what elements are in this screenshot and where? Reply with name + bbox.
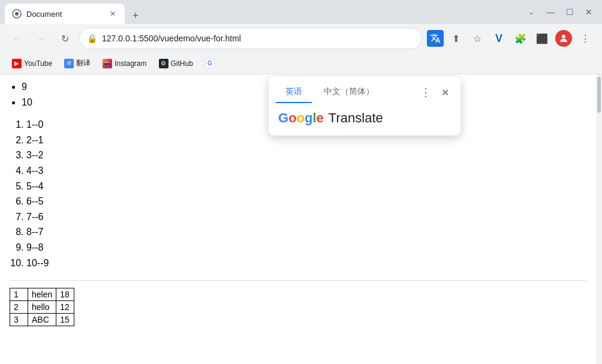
youtube-favicon: ▶ xyxy=(12,59,22,68)
bookmark-fanyi-label: 翻译 xyxy=(76,58,91,68)
table-cell: 2 xyxy=(10,301,28,314)
google-favicon: G xyxy=(205,59,215,68)
table-cell: helen xyxy=(28,288,56,301)
browser-tab[interactable]: Document ✕ xyxy=(5,4,125,24)
url-text: 127.0.0.1:5500/vuedemo/vue-for.html xyxy=(102,34,414,43)
minimize-button[interactable]: — xyxy=(542,4,559,20)
table-row: 3 ABC 15 xyxy=(10,314,74,326)
translate-popup: 英语 中文（简体） ⋮ ✕ Google Translate xyxy=(269,77,460,136)
table-cell: 15 xyxy=(56,314,74,326)
ordered-list: 1--0 2--1 3--2 4--3 5--4 6--5 7--6 8--7 … xyxy=(10,117,586,270)
table-cell: ABC xyxy=(28,314,56,326)
tab-area: Document ✕ + xyxy=(5,0,518,24)
toolbar: ← → ↻ 🔒 127.0.0.1:5500/vuedemo/vue-for.h… xyxy=(0,24,602,53)
scrollbar-thumb[interactable] xyxy=(597,77,601,113)
list-item: 8--7 xyxy=(26,224,586,240)
chevron-down-icon[interactable]: ⌄ xyxy=(523,4,540,20)
vuetify-icon: V xyxy=(489,29,508,48)
translate-body: Google Translate xyxy=(269,103,460,136)
profile-avatar xyxy=(555,30,572,47)
title-bar: Document ✕ + ⌄ — ☐ ✕ xyxy=(0,0,602,24)
table-cell: 12 xyxy=(56,301,74,314)
fanyi-favicon: 译 xyxy=(64,59,74,68)
translate-logo-text: Google xyxy=(278,110,324,126)
back-button[interactable]: ← xyxy=(7,29,26,48)
google-g-letter: G xyxy=(278,110,288,125)
forward-button[interactable]: → xyxy=(31,29,50,48)
bookmark-google[interactable]: G xyxy=(200,56,222,71)
instagram-favicon: 📷 xyxy=(103,59,112,68)
toolbar-icons: ⬆ ☆ V 🧩 ⬛ ⋮ xyxy=(427,29,595,48)
google-o1-letter: o xyxy=(288,110,296,125)
list-item: 4--3 xyxy=(26,163,586,179)
translate-label: Translate xyxy=(329,110,383,126)
data-table: 1 helen 18 2 hello 12 3 ABC 15 xyxy=(10,288,74,326)
svg-point-2 xyxy=(562,35,565,38)
table-row: 1 helen 18 xyxy=(10,288,74,301)
profile-button[interactable] xyxy=(554,29,573,48)
list-item: 6--5 xyxy=(26,194,586,209)
bookmark-fanyi[interactable]: 译 翻译 xyxy=(59,56,95,71)
table-cell: 18 xyxy=(56,288,74,301)
bookmarks-bar: ▶ YouTube 译 翻译 📷 Instagram ⚙ GitHub G xyxy=(0,53,602,74)
tab-favicon xyxy=(12,9,22,19)
window-controls: ⌄ — ☐ ✕ xyxy=(523,4,597,20)
address-bar[interactable]: 🔒 127.0.0.1:5500/vuedemo/vue-for.html xyxy=(79,28,422,49)
maximize-button[interactable]: ☐ xyxy=(561,4,578,20)
github-favicon: ⚙ xyxy=(159,59,168,68)
translate-tab-chinese[interactable]: 中文（简体） xyxy=(314,82,384,103)
bookmark-instagram-label: Instagram xyxy=(115,59,146,68)
list-item: 10--9 xyxy=(26,255,586,271)
tab-close-button[interactable]: ✕ xyxy=(108,9,118,19)
bookmark-github[interactable]: ⚙ GitHub xyxy=(154,56,198,71)
section-divider xyxy=(10,280,586,281)
translate-toolbar-icon[interactable] xyxy=(427,30,444,47)
list-item: 9--8 xyxy=(26,240,586,255)
cast-button[interactable]: ⬛ xyxy=(532,29,552,48)
scrollbar[interactable] xyxy=(596,74,602,364)
bookmark-youtube[interactable]: ▶ YouTube xyxy=(7,56,57,71)
list-item: 5--4 xyxy=(26,179,586,194)
bookmark-button[interactable]: ☆ xyxy=(468,29,487,48)
bookmark-youtube-label: YouTube xyxy=(24,59,52,68)
table-row: 2 hello 12 xyxy=(10,301,74,314)
list-item: 3--2 xyxy=(26,148,586,163)
google-e-letter: e xyxy=(317,110,324,125)
table-cell: hello xyxy=(28,301,56,314)
lock-icon: 🔒 xyxy=(87,34,97,43)
bookmark-github-label: GitHub xyxy=(171,59,193,68)
extensions-button[interactable]: 🧩 xyxy=(511,29,530,48)
window-close-button[interactable]: ✕ xyxy=(580,4,597,20)
browser-content: 9 10 1--0 2--1 3--2 4--3 5--4 6--5 7--6 … xyxy=(0,74,602,364)
more-options-button[interactable]: ⋮ xyxy=(576,29,595,48)
bookmark-instagram[interactable]: 📷 Instagram xyxy=(98,56,151,71)
google-g2-letter: g xyxy=(305,110,312,125)
table-cell: 3 xyxy=(10,314,28,326)
new-tab-button[interactable]: + xyxy=(127,7,144,24)
svg-point-1 xyxy=(15,12,19,16)
page-content: 9 10 1--0 2--1 3--2 4--3 5--4 6--5 7--6 … xyxy=(0,74,596,364)
google-o2-letter: o xyxy=(297,110,305,125)
translate-tab-english[interactable]: 英语 xyxy=(276,82,312,103)
translate-header: 英语 中文（简体） ⋮ ✕ xyxy=(269,77,460,103)
translate-close-button[interactable]: ✕ xyxy=(437,84,453,101)
share-button[interactable]: ⬆ xyxy=(446,29,465,48)
table-cell: 1 xyxy=(10,288,28,301)
reload-button[interactable]: ↻ xyxy=(55,29,74,48)
list-item: 7--6 xyxy=(26,209,586,225)
tab-title: Document xyxy=(26,10,103,19)
translate-more-button[interactable]: ⋮ xyxy=(417,84,434,101)
